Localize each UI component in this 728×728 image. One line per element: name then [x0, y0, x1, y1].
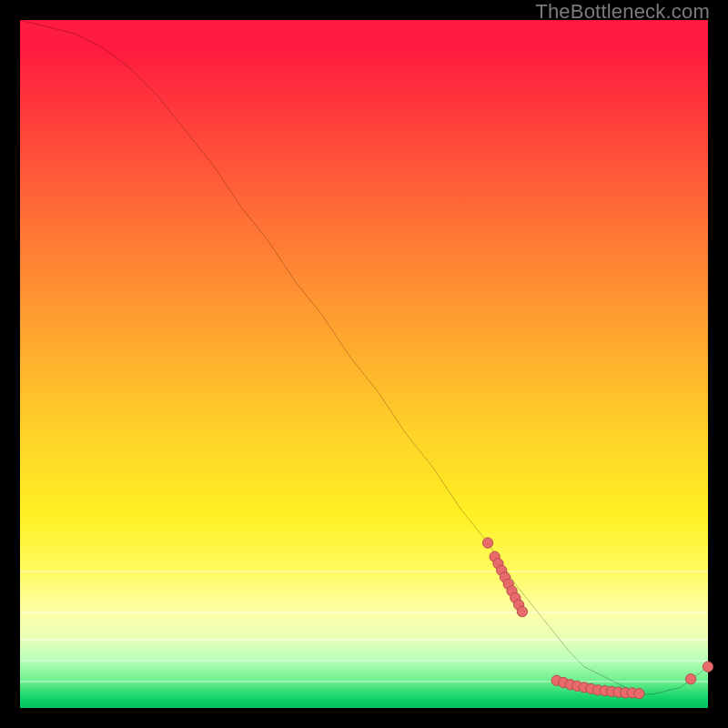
bottleneck-curve [20, 20, 708, 694]
data-point [482, 538, 492, 548]
data-point [517, 606, 527, 616]
data-point [685, 674, 695, 684]
curve-layer [20, 20, 708, 708]
data-point [703, 662, 713, 672]
chart-stage: TheBottleneck.com [0, 0, 728, 728]
data-points [482, 538, 713, 699]
plot-area [20, 20, 708, 708]
data-point [634, 688, 644, 698]
